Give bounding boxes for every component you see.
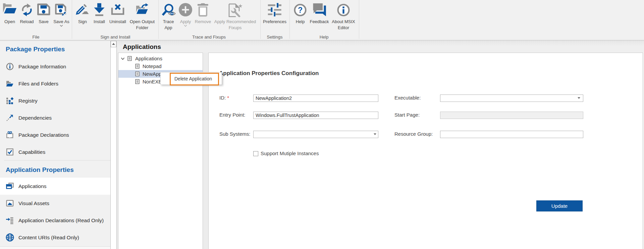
svg-text:?: ?	[298, 6, 303, 14]
